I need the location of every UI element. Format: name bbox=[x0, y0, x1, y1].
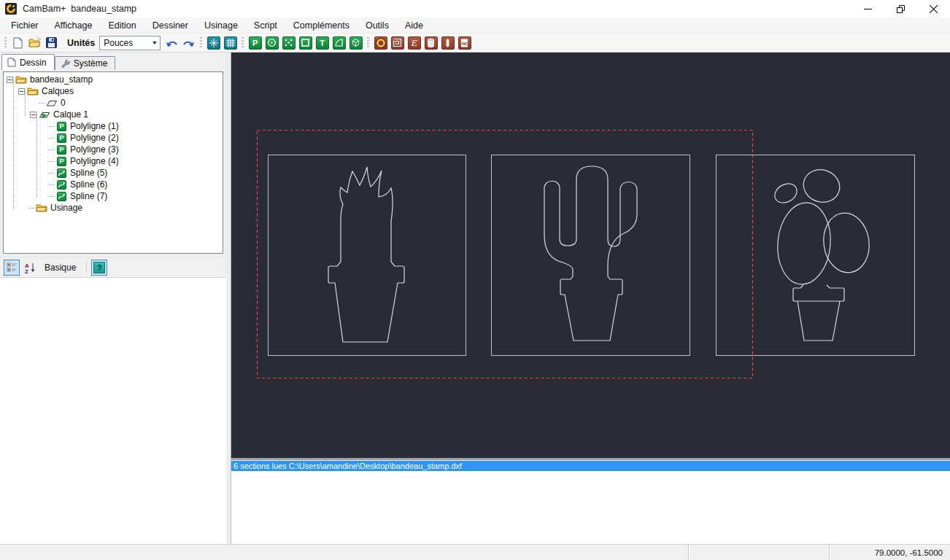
drawing-canvas[interactable] bbox=[231, 52, 950, 458]
toolbar-grip[interactable] bbox=[367, 37, 369, 49]
nc-file-button[interactable]: NC bbox=[458, 36, 471, 50]
menu-edition[interactable]: Edition bbox=[100, 18, 144, 33]
tree-node-spline-5[interactable]: Spline (5) bbox=[4, 167, 223, 179]
engrave-toolpath-button[interactable]: E bbox=[408, 36, 421, 50]
tree-node-polyline-3[interactable]: P Polyligne (3) bbox=[4, 144, 223, 155]
drawing-viewport[interactable] bbox=[231, 52, 950, 458]
toolbar-grip[interactable] bbox=[200, 37, 202, 49]
toolbar-grip[interactable] bbox=[242, 37, 244, 49]
tree-node-label: Spline (7) bbox=[70, 191, 107, 201]
status-coordinates: 79.0000, -61.5000 bbox=[829, 545, 950, 560]
left-panel: Dessin Système bandeau_stamp Calques bbox=[0, 52, 226, 544]
spline-cactus-3[interactable] bbox=[771, 165, 873, 341]
menu-dessiner[interactable]: Dessiner bbox=[144, 18, 196, 33]
units-label: Unités bbox=[67, 38, 95, 48]
tree-node-spline-7[interactable]: Spline (7) bbox=[4, 190, 223, 202]
draw-surface-button[interactable] bbox=[350, 36, 363, 50]
undo-button[interactable] bbox=[165, 36, 179, 50]
polyline-icon: P bbox=[57, 157, 66, 166]
az-sort-button[interactable]: A Z bbox=[22, 260, 38, 276]
collapse-icon[interactable] bbox=[18, 88, 25, 95]
tab-strip: Dessin Système bbox=[1, 54, 115, 70]
polyline-frame-2[interactable] bbox=[492, 155, 690, 356]
window-title: CamBam+ bandeau_stamp bbox=[23, 4, 136, 14]
save-icon bbox=[46, 37, 57, 48]
menu-script[interactable]: Script bbox=[246, 18, 285, 33]
tree-node-label: Spline (6) bbox=[70, 179, 107, 190]
draw-polyline-button[interactable]: P bbox=[249, 36, 262, 50]
menu-outils[interactable]: Outils bbox=[358, 18, 397, 33]
tree-node-usinage[interactable]: Usinage bbox=[4, 202, 223, 214]
panel-splitter[interactable] bbox=[226, 52, 231, 544]
drill-toolpath-button[interactable] bbox=[425, 36, 438, 50]
pot-rim[interactable] bbox=[793, 285, 844, 301]
menu-aide[interactable]: Aide bbox=[397, 18, 431, 33]
pocket-toolpath-button[interactable] bbox=[391, 36, 404, 50]
engrave-toolpath-icon: E bbox=[412, 37, 417, 49]
menu-complements[interactable]: Compléments bbox=[285, 18, 358, 33]
tree-node-layer-0[interactable]: 0 bbox=[4, 97, 223, 109]
units-combobox[interactable]: Pouces bbox=[99, 36, 161, 50]
open-file-button[interactable] bbox=[28, 36, 42, 50]
help-button[interactable]: ? bbox=[91, 260, 107, 276]
redo-button[interactable] bbox=[182, 36, 196, 50]
profile-toolpath-button[interactable] bbox=[374, 36, 387, 50]
minimize-button[interactable] bbox=[851, 0, 884, 18]
new-file-button[interactable] bbox=[11, 36, 25, 50]
toolbar-grip[interactable] bbox=[4, 37, 7, 49]
message-log[interactable]: 6 sections lues C:\Users\amandine\Deskto… bbox=[231, 461, 950, 544]
grid-toggle-button[interactable] bbox=[224, 36, 237, 50]
collapse-icon[interactable] bbox=[30, 112, 36, 118]
surface-icon bbox=[351, 38, 360, 47]
draw-arc-button[interactable] bbox=[333, 36, 346, 50]
tree-connector bbox=[49, 173, 55, 174]
folder-icon bbox=[15, 74, 27, 85]
menu-usinage[interactable]: Usinage bbox=[196, 18, 246, 33]
lathe-toolpath-button[interactable] bbox=[441, 36, 455, 50]
spline-cactus-2[interactable] bbox=[544, 166, 637, 341]
tree-connector bbox=[28, 208, 34, 209]
tab-systeme-label: Système bbox=[74, 58, 108, 69]
title-bar: CamBam+ bandeau_stamp bbox=[0, 0, 950, 18]
redo-icon bbox=[182, 38, 195, 48]
tab-systeme[interactable]: Système bbox=[55, 56, 116, 70]
draw-rectangle-button[interactable] bbox=[299, 36, 312, 50]
tree-node-label: Polyligne (1) bbox=[70, 121, 119, 131]
cactus-pad[interactable] bbox=[799, 165, 843, 206]
menu-fichier[interactable]: Fichier bbox=[3, 18, 47, 33]
polyline-frame-1[interactable] bbox=[269, 155, 466, 356]
tree-node-polyline-4[interactable]: P Polyligne (4) bbox=[4, 155, 223, 167]
tree-connector bbox=[39, 103, 45, 104]
collapse-icon[interactable] bbox=[7, 77, 13, 83]
spline-cactus-1[interactable] bbox=[328, 167, 404, 342]
categorized-view-button[interactable] bbox=[4, 260, 20, 276]
draw-circle-button[interactable] bbox=[266, 36, 279, 50]
cursor-coordinates: 79.0000, -61.5000 bbox=[875, 548, 943, 557]
tree-node-calques[interactable]: Calques bbox=[4, 85, 223, 97]
cactus-pad[interactable] bbox=[820, 210, 873, 276]
tree-node-spline-6[interactable]: Spline (6) bbox=[4, 179, 223, 190]
spline-icon bbox=[57, 192, 66, 201]
tree-node-root[interactable]: bandeau_stamp bbox=[4, 74, 223, 85]
tab-dessin[interactable]: Dessin bbox=[1, 54, 55, 70]
save-button[interactable] bbox=[45, 36, 58, 50]
polyline-frame-3[interactable] bbox=[717, 155, 915, 356]
restore-icon bbox=[897, 5, 905, 13]
close-button[interactable] bbox=[917, 0, 950, 18]
tree-node-polyline-1[interactable]: P Polyligne (1) bbox=[4, 120, 223, 132]
pot-body[interactable] bbox=[798, 301, 840, 341]
restore-button[interactable] bbox=[884, 0, 917, 18]
menu-affichage[interactable]: Affichage bbox=[47, 18, 101, 33]
draw-text-button[interactable]: T bbox=[316, 36, 329, 50]
cactus-pad[interactable] bbox=[774, 201, 833, 287]
cactus-pad[interactable] bbox=[771, 180, 800, 207]
combo-dropdown-icon[interactable] bbox=[149, 36, 160, 50]
log-message-selected[interactable]: 6 sections lues C:\Users\amandine\Deskto… bbox=[231, 461, 950, 471]
properties-view-label: Basique bbox=[45, 262, 76, 273]
draw-points-button[interactable] bbox=[282, 36, 296, 50]
axes-toggle-button[interactable] bbox=[207, 36, 220, 50]
tree-node-polyline-2[interactable]: P Polyligne (2) bbox=[4, 132, 223, 144]
text-icon: T bbox=[320, 39, 325, 47]
tree-node-calque-1[interactable]: Calque 1 bbox=[4, 109, 223, 120]
properties-panel[interactable] bbox=[0, 277, 226, 544]
